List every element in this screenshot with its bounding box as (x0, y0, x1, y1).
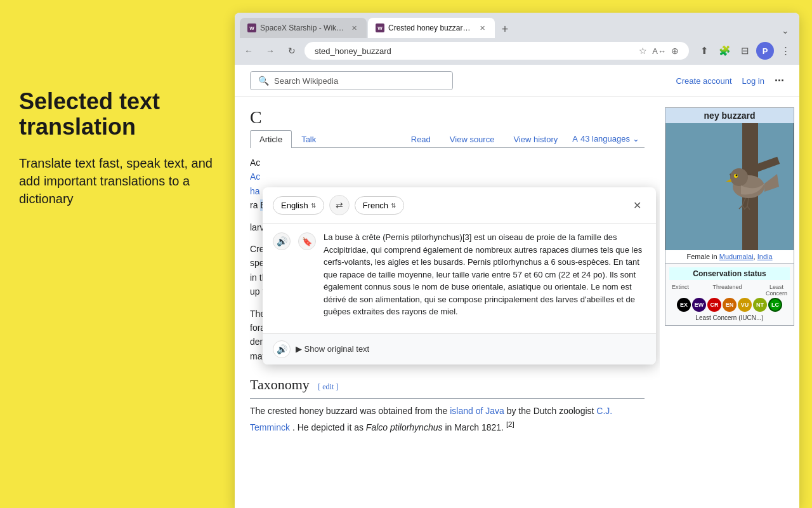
back-button[interactable]: ← (240, 42, 258, 60)
target-lang-label: French (363, 201, 388, 210)
show-original-button[interactable]: 🔊 ▶ Show original text (263, 333, 656, 364)
tab-talk[interactable]: Talk (292, 130, 325, 148)
feature-title: Selected text translation (19, 89, 216, 139)
wiki-sidebar: ney buzzard (660, 97, 799, 508)
wiki-search-box[interactable]: 🔍 Search Wikipedia (250, 71, 453, 90)
tab-read[interactable]: Read (402, 130, 440, 148)
cons-nt-circle[interactable]: NT (753, 298, 767, 312)
wiki-header: 🔍 Search Wikipedia Create account Log in… (235, 65, 799, 97)
threatened-label: Threatened (712, 284, 742, 297)
feature-description: Translate text fast, speak text, and add… (19, 154, 216, 208)
tab1-title: SpaceX Starship - Wikipedia (260, 23, 345, 32)
new-tab-button[interactable]: + (496, 20, 514, 38)
refresh-button[interactable]: ↻ (283, 42, 301, 60)
cons-cr-circle[interactable]: CR (707, 298, 721, 312)
wiki-article: C Article Talk Read View source View his… (235, 97, 660, 508)
swap-languages-button[interactable]: ⇄ (329, 195, 350, 215)
infobox: ney buzzard (665, 107, 794, 326)
wiki-content: 🔍 Search Wikipedia Create account Log in… (235, 65, 799, 508)
more-tabs-button[interactable]: ⌄ (776, 23, 794, 38)
create-account-link[interactable]: Create account (676, 76, 731, 86)
popup-close-button[interactable]: ✕ (628, 196, 646, 214)
address-row: ← → ↻ sted_honey_buzzard ☆ A↔ ⊕ ⬆ 🧩 ⊟ P … (235, 38, 799, 65)
browser-tab-1[interactable]: W SpaceX Starship - Wikipedia ✕ (240, 18, 367, 38)
cons-lc-circle[interactable]: LC (768, 298, 782, 312)
speaker-icon: 🔊 (277, 236, 287, 246)
share-button[interactable]: ⬆ (695, 42, 713, 60)
taxonomy-section-title: Taxonomy [ edit ] (250, 373, 645, 399)
popup-body: 🔊 🔖 La buse à crête (Pernis ptilorhynchu… (263, 224, 656, 333)
infobox-bird-image (665, 123, 794, 250)
ref-superscript: [2] (506, 420, 514, 428)
conservation-labels-row: Extinct Threatened LeastConcern (669, 284, 790, 297)
species-name-italic: Falco ptilorhynchus (366, 422, 443, 432)
tab2-title: Crested honey buzzard - Wiki... (388, 23, 473, 32)
article-link-ac[interactable]: Ac (250, 171, 260, 182)
wiki-header-actions: Create account Log in ··· (676, 74, 784, 88)
bookmark-icon: 🔖 (302, 237, 312, 246)
tab1-favicon: W (247, 23, 256, 32)
address-bar-text: sted_honey_buzzard (315, 46, 639, 56)
translation-speaker-button[interactable]: 🔊 (273, 232, 291, 250)
profile-button[interactable]: P (756, 42, 774, 60)
original-speaker-button[interactable]: 🔊 (273, 340, 291, 358)
extension-icon[interactable]: ⊕ (671, 46, 679, 56)
address-icons: ☆ A↔ ⊕ (639, 46, 679, 56)
cons-ex-circle[interactable]: EX (677, 298, 691, 312)
bookmark-button[interactable]: 🔖 (298, 232, 316, 250)
tabs-row: W SpaceX Starship - Wikipedia ✕ W Creste… (240, 18, 794, 38)
tab-article[interactable]: Article (250, 130, 292, 148)
chrome-actions: ⬆ 🧩 ⊟ P ⋮ (695, 42, 794, 60)
target-language-selector[interactable]: French ⇅ (355, 196, 404, 215)
cons-ew-circle[interactable]: EW (692, 298, 706, 312)
extensions-button[interactable]: 🧩 (716, 42, 733, 60)
tab2-favicon: W (376, 23, 384, 32)
address-bar[interactable]: sted_honey_buzzard ☆ A↔ ⊕ (304, 42, 689, 60)
tab-view-history[interactable]: View history (504, 130, 567, 148)
conservation-status-title: Conservation status (669, 267, 790, 280)
island-java-link[interactable]: island of Java (450, 406, 504, 416)
wiki-body: C Article Talk Read View source View his… (235, 97, 799, 508)
cons-vu-circle[interactable]: VU (738, 298, 752, 312)
source-lang-arrow: ⇅ (311, 202, 316, 209)
forward-button[interactable]: → (261, 42, 279, 60)
log-in-link[interactable]: Log in (742, 76, 764, 86)
search-icon: 🔍 (258, 76, 269, 86)
source-language-selector[interactable]: English ⇅ (273, 196, 324, 215)
popup-header: English ⇅ ⇄ French ⇅ ✕ (263, 187, 656, 224)
sidebar-button[interactable]: ⊟ (736, 42, 754, 60)
least-concern-label: LeastConcern (766, 284, 787, 297)
extinct-label: Extinct (672, 284, 689, 297)
languages-button[interactable]: A 43 languages ⌄ (567, 130, 645, 147)
bird-illustration (666, 123, 793, 250)
tab1-close-button[interactable]: ✕ (349, 23, 359, 33)
browser-tab-2[interactable]: W Crested honey buzzard - Wiki... ✕ (368, 18, 495, 38)
target-lang-arrow: ⇅ (391, 202, 396, 209)
edit-link[interactable]: [ edit ] (318, 382, 338, 391)
menu-button[interactable]: ⋮ (776, 42, 794, 60)
translate-icon[interactable]: A↔ (652, 46, 666, 56)
chevron-down-icon: ⌄ (632, 134, 639, 144)
search-input[interactable]: Search Wikipedia (274, 76, 445, 86)
chrome-frame: W SpaceX Starship - Wikipedia ✕ W Creste… (235, 13, 799, 38)
tab-view-source[interactable]: View source (440, 130, 504, 148)
wiki-tabs: Article Talk Read View source View histo… (250, 130, 645, 148)
languages-count: 43 languages (580, 134, 630, 144)
article-text-early: ra (250, 200, 258, 210)
svg-point-6 (736, 175, 738, 177)
tab2-close-button[interactable]: ✕ (477, 23, 487, 33)
translate-icon-small: A (572, 134, 578, 144)
source-lang-label: English (281, 201, 308, 210)
translation-popup: English ⇅ ⇄ French ⇅ ✕ (263, 187, 656, 364)
infobox-title: ney buzzard (665, 108, 794, 123)
article-link-ha[interactable]: ha (250, 186, 260, 196)
article-body: Ac Ac ha ra Ea larvae of bees and wasps … (250, 156, 645, 434)
wiki-more-button[interactable]: ··· (775, 74, 784, 88)
india-link[interactable]: India (757, 253, 773, 260)
cons-en-circle[interactable]: EN (723, 298, 737, 312)
svg-point-4 (730, 168, 748, 186)
bookmark-star-icon[interactable]: ☆ (639, 46, 647, 56)
translated-text: La buse à crête (Pernis ptilorhynchus)[3… (324, 231, 646, 318)
mudumalai-link[interactable]: Mudumalai (719, 253, 754, 260)
left-panel: Selected text translation Translate text… (0, 0, 235, 508)
